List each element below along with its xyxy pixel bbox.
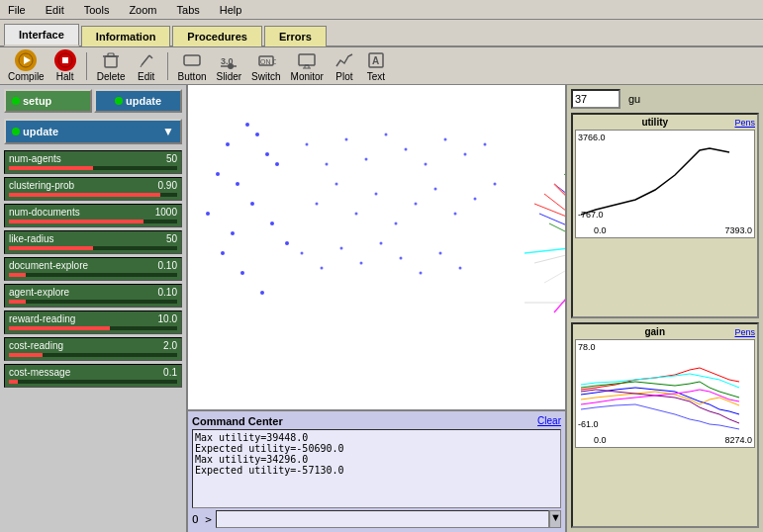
gain-chart: gain Pens 78.0 -61.0 0.0 8274.0 — [571, 322, 759, 528]
slider-num-documents[interactable]: num-documents 1000 — [4, 204, 182, 227]
svg-rect-16 — [299, 54, 315, 65]
svg-point-93 — [365, 158, 368, 161]
command-center: Command Center Clear Max utility=39448.0… — [188, 409, 565, 532]
menu-edit[interactable]: Edit — [42, 2, 68, 18]
separator-2 — [167, 52, 168, 80]
svg-point-26 — [216, 172, 220, 176]
plot-icon — [334, 49, 355, 71]
menu-bar: File Edit Tools Zoom Tabs Help — [0, 0, 763, 20]
simulation-buttons: setup update — [4, 89, 182, 113]
toolbar: Compile Halt Delete Edit Button 3.0 Slid… — [0, 47, 763, 85]
cc-clear-button[interactable]: Clear — [537, 415, 561, 427]
svg-point-25 — [265, 152, 269, 156]
tab-bar: Interface Information Procedures Errors — [0, 20, 763, 47]
slider-reward-reading[interactable]: reward-reading 10.0 — [4, 310, 182, 334]
tab-errors[interactable]: Errors — [264, 26, 327, 46]
monitor-icon — [296, 49, 318, 71]
svg-point-108 — [474, 198, 477, 201]
tab-interface[interactable]: Interface — [4, 24, 79, 46]
cc-log[interactable]: Max utility=39448.0Expected utility=-506… — [192, 429, 561, 508]
svg-line-60 — [525, 243, 565, 253]
switch-icon: ON OFF — [255, 49, 277, 71]
svg-point-118 — [459, 267, 462, 270]
log-line: Max utility=34296.0 — [195, 454, 558, 465]
svg-point-31 — [231, 231, 235, 235]
switch-label: Switch — [251, 71, 280, 82]
menu-tabs[interactable]: Tabs — [173, 2, 204, 18]
svg-point-116 — [420, 272, 423, 275]
button-icon — [181, 49, 203, 71]
svg-point-33 — [270, 222, 274, 225]
gain-pens-button[interactable]: Pens — [734, 327, 755, 337]
slider-clustering-prob[interactable]: clustering-prob 0.90 — [4, 177, 182, 201]
update-dot — [115, 97, 123, 105]
slider-value-document-explore: 0.10 — [158, 260, 177, 271]
halt-icon — [54, 49, 76, 71]
log-line: Expected utility=-50690.0 — [195, 443, 558, 454]
svg-point-101 — [335, 183, 338, 186]
svg-point-34 — [285, 241, 289, 245]
svg-point-28 — [255, 133, 259, 136]
setup-dot — [12, 97, 20, 105]
slider-label-num-documents: num-documents — [9, 207, 80, 218]
utility-chart-inner: 3766.0 -767.0 0.0 7393.0 — [575, 130, 755, 238]
button-tool[interactable]: Button — [174, 47, 211, 84]
slider-value-reward-reading: 10.0 — [158, 313, 177, 324]
slider-num-agents[interactable]: num-agents 50 — [4, 150, 182, 174]
svg-rect-4 — [105, 56, 117, 67]
agent-number-input[interactable] — [571, 89, 620, 109]
delete-button[interactable]: Delete — [93, 47, 130, 84]
menu-file[interactable]: File — [4, 2, 30, 18]
setup-button[interactable]: setup — [4, 89, 92, 113]
slider-tool[interactable]: 3.0 Slider — [213, 47, 246, 84]
slider-like-radius[interactable]: like-radius 50 — [4, 230, 182, 254]
text-tool[interactable]: A Text — [361, 47, 391, 84]
edit-button[interactable]: Edit — [132, 47, 161, 84]
update2-button[interactable]: update ▼ — [4, 119, 182, 144]
slider-label: Slider — [217, 71, 242, 82]
cc-input[interactable] — [216, 510, 549, 528]
svg-point-115 — [400, 257, 403, 260]
monitor-tool[interactable]: Monitor — [287, 47, 328, 84]
svg-line-38 — [544, 194, 565, 263]
slider-value-agent-explore: 0.10 — [158, 287, 177, 298]
svg-point-106 — [434, 188, 437, 191]
slider-agent-explore[interactable]: agent-explore 0.10 — [4, 284, 182, 308]
svg-point-95 — [405, 148, 408, 151]
svg-line-59 — [554, 243, 565, 312]
cc-title: Command Center — [192, 415, 283, 427]
utility-pens-button[interactable]: Pens — [734, 118, 755, 128]
compile-button[interactable]: Compile — [4, 47, 48, 84]
cc-prompt: O > — [192, 513, 212, 526]
slider-cost-reading[interactable]: cost-reading 2.0 — [4, 337, 182, 361]
cc-scroll-down[interactable]: ▼ — [549, 510, 561, 528]
compile-icon — [15, 49, 37, 71]
network-visualization — [188, 85, 565, 409]
svg-line-40 — [564, 174, 565, 243]
svg-point-37 — [260, 291, 264, 295]
tab-information[interactable]: Information — [81, 26, 171, 46]
tab-procedures[interactable]: Procedures — [172, 26, 262, 46]
delete-label: Delete — [97, 71, 126, 82]
gain-chart-title: gain — [644, 326, 665, 337]
slider-label-document-explore: document-explore — [9, 260, 88, 271]
halt-button[interactable]: Halt — [50, 47, 80, 84]
menu-zoom[interactable]: Zoom — [125, 2, 160, 18]
gain-chart-inner: 78.0 -61.0 0.0 8274.0 — [575, 339, 755, 448]
slider-document-explore[interactable]: document-explore 0.10 — [4, 257, 182, 281]
slider-cost-message[interactable]: cost-message 0.1 — [4, 364, 182, 388]
halt-label: Halt — [56, 71, 74, 82]
menu-tools[interactable]: Tools — [80, 2, 114, 18]
plot-tool[interactable]: Plot — [330, 47, 359, 84]
svg-point-117 — [439, 252, 442, 255]
switch-tool[interactable]: ON OFF Switch — [247, 47, 284, 84]
svg-point-23 — [226, 142, 230, 146]
cc-header: Command Center Clear — [192, 415, 561, 427]
svg-line-8 — [149, 55, 152, 58]
update-button[interactable]: update — [94, 89, 182, 113]
menu-help[interactable]: Help — [216, 2, 246, 18]
svg-point-92 — [345, 138, 348, 141]
canvas-area[interactable] — [188, 85, 565, 409]
gain-y-min: -61.0 — [578, 419, 599, 429]
sliders-container: num-agents 50 clustering-prob 0.90 num-d… — [4, 150, 182, 388]
